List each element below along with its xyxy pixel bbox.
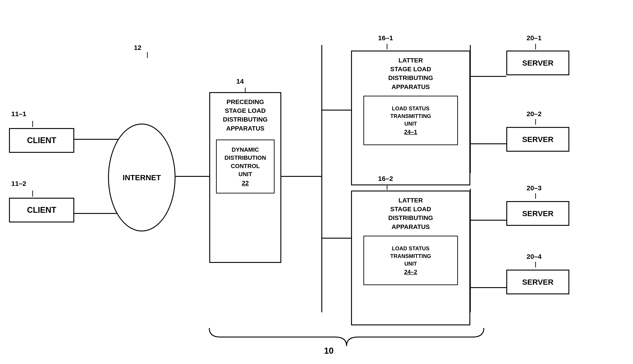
server4-box: SERVER xyxy=(506,270,569,294)
lst2-box: LOAD STATUS TRANSMITTING UNIT 24–2 xyxy=(363,236,458,285)
latter2-title: LATTER STAGE LOAD DISTRIBUTING APPARATUS xyxy=(388,196,433,231)
server4-id-label: 20–4 xyxy=(527,253,542,260)
lst2-label: LOAD STATUS TRANSMITTING UNIT xyxy=(390,245,431,268)
lst1-num: 24–1 xyxy=(404,128,417,136)
preceding-box: PRECEDING STAGE LOAD DISTRIBUTING APPARA… xyxy=(209,92,281,263)
lst1-label: LOAD STATUS TRANSMITTING UNIT xyxy=(390,105,431,128)
client2-box: CLIENT xyxy=(9,198,74,222)
client1-box: CLIENT xyxy=(9,128,74,153)
ddcu-box: DYNAMIC DISTRIBUTION CONTROL UNIT 22 xyxy=(216,140,275,194)
internet-id-label: 12 xyxy=(134,44,141,52)
server2-id-label: 20–2 xyxy=(527,110,542,118)
latter2-box: LATTER STAGE LOAD DISTRIBUTING APPARATUS… xyxy=(351,190,470,325)
latter1-id-label: 16–1 xyxy=(378,34,393,42)
ddcu-label: DYNAMIC DISTRIBUTION CONTROL UNIT xyxy=(225,146,266,178)
latter1-title: LATTER STAGE LOAD DISTRIBUTING APPARATUS xyxy=(388,56,433,91)
latter1-box: LATTER STAGE LOAD DISTRIBUTING APPARATUS… xyxy=(351,50,470,185)
server1-id-label: 20–1 xyxy=(527,34,542,42)
system-id-label: 10 xyxy=(324,346,333,356)
lst1-box: LOAD STATUS TRANSMITTING UNIT 24–1 xyxy=(363,96,458,145)
latter2-id-label: 16–2 xyxy=(378,175,393,182)
preceding-title: PRECEDING STAGE LOAD DISTRIBUTING APPARA… xyxy=(223,98,268,133)
server2-box: SERVER xyxy=(506,127,569,152)
server3-box: SERVER xyxy=(506,201,569,226)
internet-ellipse: INTERNET xyxy=(108,124,175,232)
client2-id-label: 11–2 xyxy=(11,180,26,188)
preceding-id-label: 14 xyxy=(236,78,244,85)
lst2-num: 24–2 xyxy=(404,268,417,276)
server1-box: SERVER xyxy=(506,50,569,75)
client1-id-label: 11–1 xyxy=(11,110,26,118)
server3-id-label: 20–3 xyxy=(527,184,542,192)
ddcu-num: 22 xyxy=(242,179,249,187)
